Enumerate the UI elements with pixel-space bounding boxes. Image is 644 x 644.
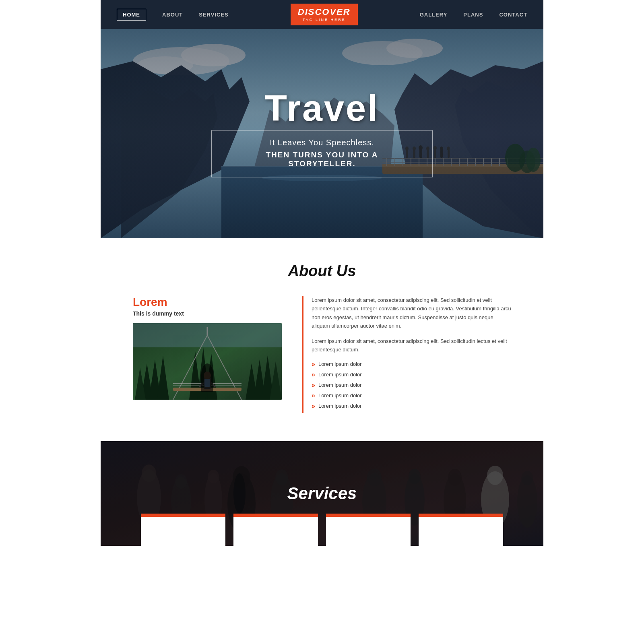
navbar: HOME ABOUT SERVICES Discover TAG LINE HE… bbox=[101, 0, 543, 29]
about-section: About Us Lorem This is dummy text bbox=[101, 238, 543, 441]
hero-tagline: THEN TURNS YOU INTO A STORYTELLER. bbox=[232, 151, 412, 168]
nav-about[interactable]: ABOUT bbox=[162, 12, 183, 18]
site-logo[interactable]: Discover TAG LINE HERE bbox=[291, 4, 358, 25]
about-right: Lorem ipsum dolor sit amet, consectetur … bbox=[302, 296, 511, 413]
logo-tagline: TAG LINE HERE bbox=[298, 18, 351, 22]
list-item: Lorem ipsum dolor bbox=[312, 402, 511, 410]
svg-rect-73 bbox=[204, 379, 210, 387]
service-card-1 bbox=[141, 514, 225, 546]
nav-services[interactable]: SERVICES bbox=[199, 12, 229, 18]
hero-subtitle: It Leaves You Speechless. bbox=[232, 138, 412, 147]
list-item: Lorem ipsum dolor bbox=[312, 382, 511, 389]
about-left: Lorem This is dummy text bbox=[133, 296, 282, 413]
service-card-bar bbox=[233, 514, 318, 517]
hero-message-box: It Leaves You Speechless. THEN TURNS YOU… bbox=[211, 130, 433, 178]
service-card-bar bbox=[141, 514, 225, 517]
service-card-3 bbox=[326, 514, 411, 546]
nav-gallery[interactable]: GALLERY bbox=[420, 12, 448, 18]
list-item: Lorem ipsum dolor bbox=[312, 361, 511, 368]
about-para-1: Lorem ipsum dolor sit amet, consectetur … bbox=[312, 296, 511, 330]
about-text-content: Lorem ipsum dolor sit amet, consectetur … bbox=[312, 296, 511, 413]
about-para-2: Lorem ipsum dolor sit amet, consectetur … bbox=[312, 337, 511, 354]
services-section: Services bbox=[101, 441, 543, 546]
about-content: Lorem This is dummy text bbox=[133, 296, 511, 413]
about-image bbox=[133, 323, 282, 400]
list-item: Lorem ipsum dolor bbox=[312, 371, 511, 378]
about-text-block: Lorem ipsum dolor sit amet, consectetur … bbox=[302, 296, 511, 413]
service-card-bar bbox=[419, 514, 503, 517]
nav-home[interactable]: HOME bbox=[117, 9, 146, 21]
service-card-4 bbox=[419, 514, 503, 546]
svg-rect-68 bbox=[173, 388, 242, 391]
about-title: About Us bbox=[133, 262, 511, 280]
about-list: Lorem ipsum dolor Lorem ipsum dolor Lore… bbox=[312, 361, 511, 410]
nav-right: GALLERY PLANS CONTACT bbox=[420, 12, 527, 18]
about-left-heading: Lorem bbox=[133, 296, 282, 309]
hero-section: Travel It Leaves You Speechless. THEN TU… bbox=[101, 29, 543, 238]
nav-left: HOME ABOUT SERVICES bbox=[117, 9, 229, 21]
services-title: Services bbox=[287, 484, 357, 503]
about-left-sub: This is dummy text bbox=[133, 310, 282, 317]
logo-name: Discover bbox=[298, 7, 351, 17]
nav-contact[interactable]: CONTACT bbox=[499, 12, 527, 18]
service-card-bar bbox=[326, 514, 411, 517]
about-divider bbox=[302, 296, 303, 413]
list-item: Lorem ipsum dolor bbox=[312, 392, 511, 399]
svg-point-72 bbox=[204, 372, 211, 380]
services-cards bbox=[141, 514, 503, 546]
svg-rect-71 bbox=[204, 378, 211, 389]
nav-plans[interactable]: PLANS bbox=[463, 12, 483, 18]
hero-content: Travel It Leaves You Speechless. THEN TU… bbox=[211, 90, 433, 178]
hero-title: Travel bbox=[211, 90, 433, 126]
service-card-2 bbox=[233, 514, 318, 546]
